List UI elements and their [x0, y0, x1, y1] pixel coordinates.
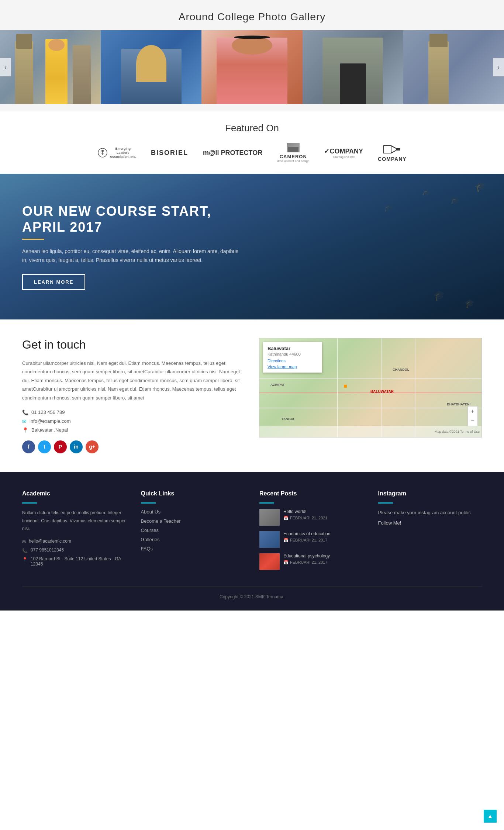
email-icon: ✉ — [22, 418, 27, 424]
contact-phone: 📞 01 123 456 789 — [22, 409, 244, 415]
phone-icon: 📞 — [22, 409, 28, 415]
instagram-message: Please make your instagram account publi… — [378, 509, 482, 517]
map-attribution: Map data ©2021 Terms of Use — [259, 426, 481, 437]
map-container: BALUWATAR CHANDOL BHATBHATENI TANGAL AZI… — [259, 338, 482, 438]
linkedin-button[interactable]: in — [70, 440, 83, 453]
location-icon: 📍 — [22, 427, 28, 433]
pinterest-button[interactable]: P — [54, 440, 67, 453]
footer-quicklinks-title: Quick Links — [141, 490, 245, 497]
footer-academic-title: Academic — [22, 490, 126, 497]
post-title-1[interactable]: Hello world! — [283, 509, 363, 514]
map-location-sub: Kathmandu 44600 — [267, 352, 318, 356]
map-marker[interactable] — [344, 385, 347, 388]
post-date-2: 📅 FEBRUARI 21, 2017 — [283, 538, 363, 543]
course-banner-section: 🎓 🎓 🎓 🎓 🎓 🎓 OUR NEW COURSE START, APRIL … — [0, 174, 504, 319]
google-plus-button[interactable]: g+ — [86, 440, 99, 453]
carousel-prev-button[interactable]: ‹ — [0, 58, 11, 76]
map-azimpat-label: AZIMPAT — [270, 383, 285, 387]
featured-title: Featured On — [7, 122, 497, 134]
instagram-follow-link[interactable]: Follow Me! — [378, 520, 401, 526]
contact-info: Get in touch Curabitur ullamcorper ultri… — [22, 338, 244, 453]
company-logo-icon — [383, 144, 401, 155]
footer-link-galleries[interactable]: Galleries — [141, 537, 245, 542]
post-info-3: Educational psychology 📅 FEBRUARI 21, 20… — [283, 553, 363, 565]
post-info-2: Economics of education 📅 FEBRUARI 21, 20… — [283, 531, 363, 543]
map-zoom-out-button[interactable]: − — [468, 416, 477, 426]
post-title-2[interactable]: Economics of education — [283, 531, 363, 536]
contact-text: Curabitur ullamcorper ultricies nisi. Na… — [22, 359, 244, 402]
calendar-icon-1: 📅 — [283, 516, 289, 521]
twitter-button[interactable]: t — [38, 440, 51, 453]
footer-email: ✉ hello@academic.com — [22, 539, 126, 544]
post-thumb-img-2 — [259, 531, 280, 548]
featured-section: Featured On EmergingLeadersAssociation, … — [0, 111, 504, 174]
footer-academic-divider — [22, 502, 37, 504]
contact-address: 📍 Baluwatar ,Nepal — [22, 427, 244, 433]
map-chandol-label: CHANDOL — [393, 368, 409, 371]
footer-recent-posts-col: Recent Posts Hello world! 📅 FEBRUARI 21,… — [259, 490, 363, 575]
course-banner-content: OUR NEW COURSE START, APRIL 2017 Aenean … — [22, 203, 244, 290]
footer-recent-posts-title: Recent Posts — [259, 490, 363, 497]
svg-line-5 — [391, 146, 396, 148]
gallery-section: Around College Photo Gallery ‹ — [0, 0, 504, 111]
logo-v-company: ✓COMPANY Your tag line text — [324, 147, 363, 159]
bisoriel-text: BISORIEL — [151, 149, 188, 157]
calendar-icon-3: 📅 — [283, 560, 289, 565]
footer-recent-posts-divider — [259, 502, 274, 504]
footer-quicklinks-col: Quick Links About Us Become a Teacher Co… — [141, 490, 245, 575]
carousel-next-button[interactable]: › — [493, 58, 504, 76]
svg-rect-4 — [384, 146, 391, 153]
footer-bottom: Copyright © 2021 SMK Ternama. — [22, 587, 482, 599]
svg-rect-7 — [396, 148, 400, 151]
map-bhatbhateni-label: BHATBHATENI — [447, 402, 470, 406]
logo-emerging-leaders: EmergingLeadersAssociation, Inc. — [97, 147, 136, 159]
footer-link-become-teacher[interactable]: Become a Teacher — [141, 518, 245, 524]
footer-link-courses[interactable]: Courses — [141, 528, 245, 533]
gallery-image-2 — [101, 30, 201, 104]
post-date-3: 📅 FEBRUARI 21, 2017 — [283, 560, 363, 565]
footer-instagram-col: Instagram Please make your instagram acc… — [378, 490, 482, 575]
footer-instagram-title: Instagram — [378, 490, 482, 497]
map-baluwatar-label: BALUWATAR — [370, 390, 394, 394]
emerging-leaders-icon — [97, 148, 108, 158]
post-info-1: Hello world! 📅 FEBRUARI 21, 2021 — [283, 509, 363, 521]
footer-link-faqs[interactable]: FAQs — [141, 546, 245, 551]
map-zoom-in-button[interactable]: + — [468, 407, 477, 416]
contact-email-address: info@example.com — [30, 418, 70, 424]
post-title-3[interactable]: Educational psychology — [283, 553, 363, 558]
map-directions-link[interactable]: Directions — [267, 359, 286, 363]
post-thumb-img-3 — [259, 553, 280, 570]
post-date-text-2: FEBRUARI 21, 2017 — [290, 538, 328, 542]
footer-email-icon: ✉ — [22, 539, 26, 544]
logo-bisoriel: BISORIEL — [151, 149, 188, 157]
company-text: COMPANY — [378, 156, 407, 162]
recent-post-item-2: Economics of education 📅 FEBRUARI 21, 20… — [259, 531, 363, 548]
svg-point-1 — [101, 150, 104, 152]
gallery-image-3 — [201, 30, 302, 104]
contact-details: 📞 01 123 456 789 ✉ info@example.com 📍 Ba… — [22, 409, 244, 433]
contact-title: Get in touch — [22, 338, 244, 352]
contact-section: Get in touch Curabitur ullamcorper ultri… — [0, 319, 504, 472]
post-thumb-3 — [259, 553, 280, 570]
post-date-text-3: FEBRUARI 21, 2017 — [290, 560, 328, 564]
recent-post-item-1: Hello world! 📅 FEBRUARI 21, 2021 — [259, 509, 363, 526]
gallery-images — [0, 30, 504, 104]
post-thumb-1 — [259, 509, 280, 526]
footer-email-text: hello@academic.com — [29, 539, 71, 544]
facebook-button[interactable]: f — [22, 440, 35, 453]
learn-more-button[interactable]: LEARN MORE — [22, 274, 85, 290]
footer-link-about[interactable]: About Us — [141, 509, 245, 515]
gallery-image-1 — [0, 30, 101, 104]
footer-address: 📍 102 Barnard St - Suite 112 United Stat… — [22, 556, 126, 567]
map-zoom-controls: + − — [467, 406, 478, 426]
footer-instagram-divider — [378, 502, 393, 504]
copyright-text: Copyright © 2021 SMK Ternama. — [220, 594, 284, 599]
recent-post-item-3: Educational psychology 📅 FEBRUARI 21, 20… — [259, 553, 363, 570]
svg-line-6 — [391, 151, 396, 153]
footer-academic-col: Academic Nullam dictum felis eu pede mol… — [22, 490, 126, 575]
map-view-larger-link[interactable]: View larger map — [267, 364, 318, 369]
gallery-image-4 — [303, 30, 403, 104]
map-info-box: Baluwatar Kathmandu 44600 Directions Vie… — [263, 342, 322, 373]
course-banner-description: Aenean leo ligula, porttitor eu, consequ… — [22, 247, 244, 265]
logo-cameron: CAMERON development and design — [277, 143, 309, 163]
